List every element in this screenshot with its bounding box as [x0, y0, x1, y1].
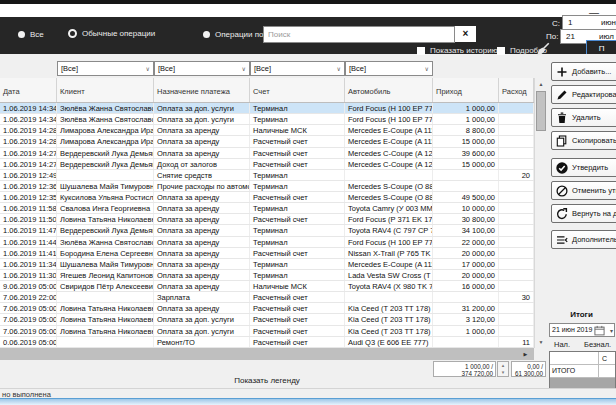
table-cell: 1.06.2019 14:34	[0, 103, 57, 113]
trash-icon	[556, 112, 568, 124]
column-header-expense[interactable]: Расход	[499, 78, 534, 102]
table-row[interactable]: 1.06.2019 11:47Вердеревский Лука Демьяно…	[0, 225, 534, 236]
table-cell: Лимарова Александра Ираклиев	[57, 136, 154, 146]
table-cell: Mercedes C-Coupe (A 123 AA	[345, 148, 433, 158]
filter-car[interactable]: [Все] ∨	[345, 61, 433, 76]
copy-button[interactable]: Скопировать...	[551, 131, 616, 150]
table-cell: Зюлёва Жанна Святославовна	[57, 103, 154, 113]
table-row[interactable]: 1.06.2019 12:49Снятие средствТерминал20	[0, 170, 534, 181]
column-header-account[interactable]: Счет	[250, 78, 345, 102]
edit-button[interactable]: Редактировать	[551, 85, 616, 104]
column-header-purpose[interactable]: Назначение платежа	[154, 78, 250, 102]
table-cell: Ловина Татьяна Николаевна	[57, 314, 154, 324]
column-header-income[interactable]: Приход	[433, 78, 499, 102]
add-button[interactable]: Добавить...	[551, 62, 616, 81]
table-cell: 0.06.2019 05:00	[0, 337, 57, 347]
totals-date-picker[interactable]: 21 июн 2019 ▾	[549, 323, 615, 337]
scroll-down-icon[interactable]: ▼	[535, 336, 547, 348]
table-cell: Терминал	[250, 225, 345, 235]
table-row[interactable]: 1.06.2019 14:27Вердеревский Лука Демьяно…	[0, 148, 534, 159]
table-cell: Расчетный счет	[250, 148, 345, 158]
table-row[interactable]: 1.06.2019 11:50Ловина Татьяна Николаевна…	[0, 214, 534, 225]
table-cell: Kia Ceed (T 203 TT 178)	[345, 326, 433, 336]
table-cell: Расчетный счет	[250, 159, 345, 169]
show-legend-button[interactable]: Показать легенду	[0, 376, 534, 385]
table-row[interactable]: 1.06.2019 12:35Куксилова Ульяна Ростисла…	[0, 192, 534, 203]
column-header-date[interactable]: Дата	[0, 78, 57, 102]
column-header-car[interactable]: Автомобиль	[345, 78, 433, 102]
cashless-label: Безнал.	[584, 340, 611, 349]
table-cell: Toyota RAV4 (C 797 CP 777)	[345, 225, 433, 235]
checkbox-show-history[interactable]: Показать историю	[417, 46, 498, 55]
table-row[interactable]: 7.06.2019 05:00Ловина Татьяна Николаевна…	[0, 326, 534, 337]
clear-search-button[interactable]: ×	[455, 26, 476, 42]
table-row[interactable]: 7.06.2019 05:00Ловина Татьяна Николаевна…	[0, 303, 534, 314]
table-row[interactable]: 1.06.2019 12:36Шушалева Майя ТимуровнаПр…	[0, 181, 534, 192]
search-input[interactable]	[263, 26, 455, 43]
table-row[interactable]: 1.06.2019 14:34Зюлёва Жанна Святославовн…	[0, 103, 534, 114]
table-cell: Ford Focus (H 100 EP 777)	[345, 237, 433, 247]
table-row[interactable]: 1.06.2019 11:58Свалова Инга ГеоргиевнаОп…	[0, 203, 534, 214]
table-row[interactable]: 1.06.2019 14:28Лимарова Александра Иракл…	[0, 136, 534, 147]
table-cell: Свалова Инга Георгиевна	[57, 203, 154, 213]
table-cell: Терминал	[250, 181, 345, 191]
table-cell: Доход от залогов	[154, 159, 250, 169]
checkbox-icon	[497, 47, 505, 55]
scroll-right-icon[interactable]: ▶	[519, 348, 532, 360]
plus-icon	[556, 66, 568, 78]
table-cell	[499, 114, 534, 124]
date-from-field[interactable]: 1 июн	[562, 15, 616, 30]
table-cell: 1.06.2019 12:35	[0, 192, 57, 202]
filter-client[interactable]: [Все] ∨	[57, 61, 154, 76]
more-button[interactable]: Дополнительно	[551, 230, 616, 249]
approve-icon	[556, 162, 568, 174]
table-cell: Оплата за доп. услуги	[154, 103, 250, 113]
return-button[interactable]: Вернуть на дор	[551, 204, 616, 223]
horizontal-scrollbar[interactable]: ▶	[0, 348, 534, 360]
table-row[interactable]: 1.06.2019 14:27Вердеревский Лука Демьяно…	[0, 159, 534, 170]
table-cell: Лимарова Александра Ираклиев	[57, 125, 154, 135]
filter-value: [Все]	[349, 64, 366, 73]
table-row[interactable]: 1.06.2019 11:30Ягешев Леонид Капитонович…	[0, 270, 534, 281]
table-cell	[499, 159, 534, 169]
filter-account[interactable]: [Все] ∨	[250, 61, 345, 76]
approve-button[interactable]: Утвердить	[551, 158, 616, 177]
filter-purpose[interactable]: [Все] ∨	[154, 61, 250, 76]
table-row[interactable]: 1.06.2019 11:41Бородина Елена СергеевнаО…	[0, 248, 534, 259]
table-row[interactable]: 1.06.2019 14:34Зюлёва Жанна Святославовн…	[0, 114, 534, 125]
button-label: Добавить...	[572, 67, 611, 76]
scrollbar-thumb[interactable]	[536, 91, 546, 131]
table-cell: Ford Focus (P 371 EK 178)	[345, 214, 433, 224]
table-row[interactable]: 0.06.2019 05:00Ремонт/ТОРасчетный счетAu…	[0, 337, 534, 348]
table-cell: 30 800,00	[433, 214, 499, 224]
table-cell	[499, 314, 534, 324]
totals-spinner[interactable]: ▴▾	[497, 361, 509, 377]
table-cell	[57, 292, 154, 302]
table-cell: 49 500,00	[433, 192, 499, 202]
table-row[interactable]: 7.06.2019 22:00ЗарплатаРасчетный счет30	[0, 292, 534, 303]
income-total-top: 1 000,00 /	[434, 363, 493, 370]
button-label: Вернуть на дор	[572, 209, 616, 218]
table-row[interactable]: 1.06.2019 14:28Лимарова Александра Иракл…	[0, 125, 534, 136]
scroll-up-icon[interactable]: ▲	[535, 78, 547, 90]
radio-regular-operations[interactable]: Обычные операции	[68, 29, 155, 38]
vertical-scrollbar[interactable]: ▲ ▼	[534, 78, 547, 348]
table-cell: Расчетный счет	[250, 192, 345, 202]
table-row[interactable]: 1.06.2019 11:44Зюлёва Жанна Святославовн…	[0, 237, 534, 248]
table-row[interactable]: 1.06.2019 11:34Шушалева Майя ТимуровнаОп…	[0, 259, 534, 270]
table-cell: 30	[499, 292, 534, 302]
chevron-down-icon: ∨	[425, 62, 429, 76]
checkbox-label: Показать историю	[430, 46, 498, 55]
table-row[interactable]: 9.06.2019 05:00Свиридов Пётр АлексеевичО…	[0, 281, 534, 292]
table-row[interactable]: 7.06.2019 05:00Ловина Татьяна Николаевна…	[0, 314, 534, 325]
table-cell: Ловина Татьяна Николаевна	[57, 303, 154, 313]
table-cell: 34 100,00	[433, 225, 499, 235]
delete-button[interactable]: Удалить	[551, 108, 616, 127]
table-cell: Audi Q3 (E 606 EE 777)	[345, 337, 433, 347]
table-cell: Оплата за доп. услуги	[154, 114, 250, 124]
column-header-client[interactable]: Клиент	[57, 78, 154, 102]
radio-all[interactable]: Все	[18, 30, 44, 39]
table-cell: Оплата за аренду	[154, 136, 250, 146]
cancel-approve-button[interactable]: Отменить утвер	[551, 181, 616, 200]
table-cell: 39 600,00	[433, 148, 499, 158]
